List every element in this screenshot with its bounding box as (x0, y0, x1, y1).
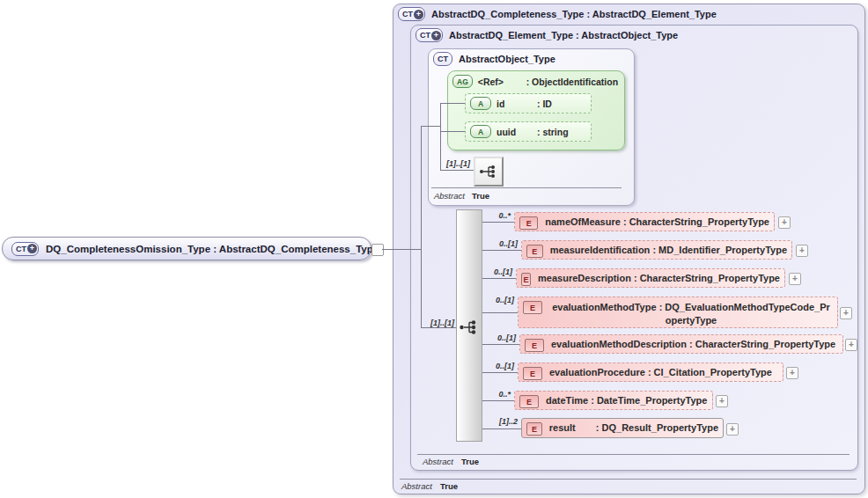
complextype-icon: CT+ (11, 242, 39, 256)
attribute-icon: A (470, 125, 491, 138)
attribute-icon: A (470, 97, 491, 110)
cardinality: 0..[1] (479, 296, 514, 304)
connector-line (482, 278, 516, 279)
attribute-name: id (497, 99, 532, 109)
element-row-nameOfMeasure[interactable]: E nameOfMeasure : CharacterString_Proper… (514, 212, 775, 231)
connector-line (440, 170, 474, 171)
element-icon: E (523, 301, 542, 314)
divider (400, 479, 857, 480)
expand-button[interactable]: + (845, 339, 857, 351)
connector-line (482, 222, 514, 223)
element-icon: E (526, 422, 542, 436)
inner-abstract-value: True (461, 457, 479, 466)
object-header-label: AbstractObject_Type (459, 54, 555, 64)
element-icon: E (519, 395, 539, 408)
expand-button[interactable]: + (789, 273, 801, 285)
attr-group-type: : ObjectIdentification (526, 77, 618, 87)
element-row-evaluationMethodDescription[interactable]: E evaluationMethodDescription : Characte… (519, 334, 843, 354)
complextype-icon: CT (433, 52, 452, 66)
expand-button[interactable]: + (786, 367, 798, 379)
element-icon: E (526, 245, 543, 258)
expand-button[interactable]: + (840, 307, 852, 319)
root-node-label: DQ_CompletenessOmission_Type : AbstractD… (46, 244, 379, 254)
cardinality: 0..[1] (479, 362, 514, 370)
inner-header: CT+ AbstractDQ_Element_Type : AbstractOb… (416, 28, 678, 42)
element-icon: E (521, 273, 531, 286)
cardinality: 0..* (475, 211, 511, 220)
complextype-icon: CT+ (416, 28, 443, 42)
root-connector-handle[interactable] (371, 244, 384, 256)
expand-button[interactable]: + (716, 395, 728, 407)
expand-button[interactable]: + (796, 245, 808, 257)
object-header: CT AbstractObject_Type (433, 52, 555, 66)
root-complextype-node[interactable]: CT+ DQ_CompletenessOmission_Type : Abstr… (2, 237, 371, 260)
connector-line (421, 126, 422, 327)
attribute-type: : string (537, 127, 569, 137)
element-row-evaluationMethodType[interactable]: E evaluationMethodType : DQ_EvaluationMe… (518, 297, 838, 328)
element-row-measureIdentification[interactable]: E measureIdentification : MD_Identifier_… (521, 240, 792, 260)
divider (431, 187, 622, 188)
connector-line (421, 327, 458, 328)
attribute-type: : ID (537, 99, 552, 109)
element-row-evaluationProcedure[interactable]: E evaluationProcedure : CI_Citation_Prop… (518, 363, 783, 382)
element-icon: E (523, 367, 542, 380)
connector-line (440, 103, 465, 104)
connector-line (440, 131, 465, 132)
cardinality: 0..* (475, 390, 511, 399)
connector-line (482, 312, 518, 313)
cardinality: 0..[1] (477, 267, 512, 276)
outer-abstract-value: True (440, 481, 458, 491)
cardinality: 0..[1] (481, 333, 516, 342)
attribute-row-uuid[interactable]: A uuid : string (465, 121, 592, 142)
outer-header-label: AbstractDQ_Completeness_Type : AbstractD… (431, 9, 717, 19)
attribute-group-header: AG <Ref> : ObjectIdentification (452, 75, 618, 88)
object-abstract-label: Abstract (434, 191, 465, 201)
element-icon: E (519, 216, 538, 230)
inner-header-label: AbstractDQ_Element_Type : AbstractObject… (449, 30, 678, 40)
element-row-measureDescription[interactable]: E measureDescription : CharacterString_P… (516, 268, 785, 288)
expand-button[interactable]: + (726, 423, 739, 436)
sequence-compositor-icon[interactable] (474, 157, 504, 187)
element-icon: E (525, 339, 544, 352)
outer-header: CT+ AbstractDQ_Completeness_Type : Abstr… (398, 7, 717, 21)
connector-line (482, 372, 518, 373)
sequence-compositor-icon (459, 319, 480, 339)
connector-line (382, 249, 421, 250)
connector-line (482, 344, 519, 345)
complextype-icon: CT+ (398, 7, 425, 21)
main-seq-cardinality: [1]..[1] (421, 319, 454, 327)
inner-abstract-label: Abstract (423, 457, 453, 466)
element-row-dateTime[interactable]: E dateTime : DateTime_PropertyType (514, 391, 713, 410)
element-row-result[interactable]: E result : DQ_Result_PropertyType (521, 418, 724, 438)
attribute-name: uuid (497, 127, 532, 137)
object-seq-cardinality: [1]..[1] (438, 159, 470, 168)
connector-line (421, 126, 440, 127)
connector-line (440, 103, 441, 170)
divider (417, 454, 850, 455)
attribute-row-id[interactable]: A id : ID (465, 93, 592, 114)
object-abstract-value: True (472, 191, 489, 201)
connector-line (482, 400, 514, 401)
connector-line (482, 428, 521, 429)
cardinality: [1]..2 (482, 417, 518, 426)
attribute-group-icon: AG (452, 75, 473, 88)
outer-abstract-label: Abstract (401, 481, 432, 491)
attr-group-name: <Ref> (478, 77, 524, 87)
cardinality: 0..[1] (482, 239, 518, 248)
connector-line (482, 250, 521, 251)
expand-button[interactable]: + (778, 216, 791, 229)
schema-diagram: CT+ DQ_CompletenessOmission_Type : Abstr… (0, 0, 868, 498)
